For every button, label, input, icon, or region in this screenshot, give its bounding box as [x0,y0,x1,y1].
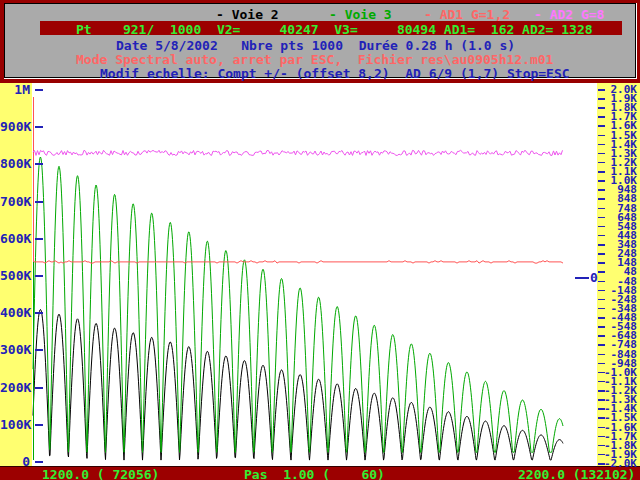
left-axis-tick [35,201,43,203]
right-axis-tick [598,180,605,182]
right-axis-tick [598,427,605,429]
x-axis-step-label: Pas 1.00 ( 60) [244,467,385,480]
trace-ad1 [33,261,563,263]
right-axis-tick [598,189,605,191]
right-axis-tick [598,271,605,273]
zero-label: 0 [590,271,598,284]
left-axis-label: 500K [0,269,30,282]
right-axis-tick [598,226,605,228]
left-axis-label: 0 [0,455,30,468]
right-axis-tick [598,235,605,237]
right-axis-tick [598,335,605,337]
right-axis-tick [598,454,605,456]
trace-plot [0,0,640,480]
right-axis-tick [598,153,605,155]
right-axis-tick [598,308,605,310]
left-axis-tick [35,387,43,389]
trace-ad2 [33,150,563,155]
right-axis-tick [598,125,605,127]
right-axis-tick [598,253,605,255]
right-axis-tick [598,135,605,137]
right-axis-tick [598,408,605,410]
right-axis-tick [598,281,605,283]
right-axis-tick [598,98,605,100]
left-axis-label: 900K [0,120,30,133]
left-axis-tick [35,126,43,128]
left-axis-tick [35,424,43,426]
right-axis-tick [598,436,605,438]
right-axis-tick [598,162,605,164]
left-axis-label: 700K [0,195,30,208]
app-screen: - Voie 2- Voie 3- AD1 G=1,2- AD2 G=8 Pt … [0,0,640,480]
right-axis-tick [598,381,605,383]
left-axis-tick [35,275,43,277]
right-axis-tick [598,171,605,173]
x-axis-start-label: 1200.0 ( 72056) [42,467,159,480]
left-axis-label: 600K [0,232,30,245]
right-axis-tick [598,390,605,392]
right-axis-tick [598,445,605,447]
left-axis-label: 100K [0,418,30,431]
trace-voie-3 [33,157,563,452]
right-axis-tick [598,208,605,210]
right-axis-tick [598,262,605,264]
zero-tick-icon [575,277,589,279]
right-axis-tick [598,299,605,301]
right-axis-tick [598,417,605,419]
left-axis-label: 200K [0,381,30,394]
right-axis-tick [598,244,605,246]
left-axis-label: 300K [0,343,30,356]
left-axis-tick [35,461,43,463]
left-axis-label: 400K [0,306,30,319]
left-axis-label: 1M [0,83,30,96]
right-axis-tick [598,354,605,356]
right-axis-tick [598,89,605,91]
right-axis-label: -2.0K [603,459,637,469]
right-axis-tick [598,290,605,292]
right-axis-tick [598,116,605,118]
right-axis-tick [598,363,605,365]
left-axis-tick [35,238,43,240]
right-axis-tick [598,198,605,200]
right-axis-tick [598,326,605,328]
left-axis-tick [35,163,43,165]
right-axis-tick [598,317,605,319]
left-axis-tick [35,312,43,314]
right-axis-tick [598,463,605,465]
left-axis-tick [35,349,43,351]
left-axis-label: 800K [0,157,30,170]
left-axis-tick [35,89,43,91]
right-axis-zero-marker: 0 [575,271,598,284]
right-axis-tick [598,372,605,374]
right-axis-tick [598,144,605,146]
right-axis-tick [598,217,605,219]
right-axis-tick [598,107,605,109]
right-axis-tick [598,344,605,346]
right-axis-tick [598,399,605,401]
